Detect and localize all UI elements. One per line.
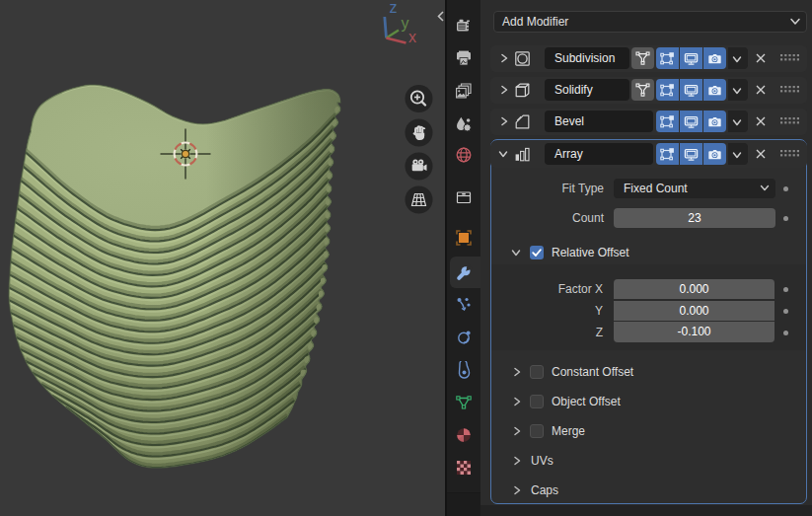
svg-text:z: z [390,0,398,16]
svg-text:x: x [408,29,416,45]
